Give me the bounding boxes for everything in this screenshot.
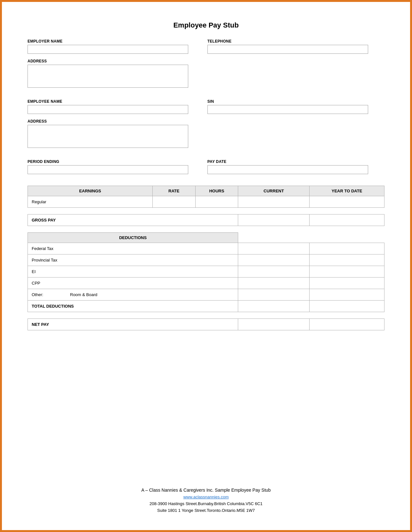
- earnings-label-regular: Regular: [28, 196, 153, 208]
- pay-date-input[interactable]: [207, 165, 368, 174]
- other-sublabel: Room & Board: [70, 292, 97, 297]
- employer-telephone-row: EMPLOYER NAME TELEPHONE: [28, 39, 384, 54]
- deduction-row-ei: EI: [28, 266, 384, 278]
- cpp-label: CPP: [28, 278, 238, 289]
- pay-date-group: PAY DATE: [207, 159, 368, 174]
- period-ending-group: PERIOD ENDING: [28, 159, 188, 174]
- employer-name-input[interactable]: [28, 45, 188, 54]
- employee-name-input[interactable]: [28, 105, 188, 114]
- cpp-ytd[interactable]: [310, 278, 384, 289]
- earnings-table: EARNINGS RATE HOURS CURRENT YEAR TO DATE…: [28, 186, 384, 208]
- employee-name-label: EMPLOYEE NAME: [28, 99, 188, 104]
- footer-company: A – Class Nannies & Caregivers Inc. Samp…: [2, 488, 410, 493]
- gross-pay-row: GROSS PAY: [28, 214, 384, 226]
- earnings-row-regular: Regular: [28, 196, 384, 208]
- total-deductions-ytd[interactable]: [310, 301, 384, 312]
- footer-section: A – Class Nannies & Caregivers Inc. Samp…: [2, 488, 410, 514]
- ei-current[interactable]: [238, 266, 310, 278]
- ytd-header: YEAR TO DATE: [310, 186, 384, 196]
- deduction-row-federal: Federal Tax: [28, 243, 384, 254]
- current-header: CURRENT: [238, 186, 310, 196]
- other-label: Other: Room & Board: [28, 289, 238, 301]
- footer-address-line1: 208-3900 Hastings Street.Burnaby.British…: [2, 501, 410, 507]
- federal-tax-ytd[interactable]: [310, 243, 384, 254]
- other-prefix: Other:: [32, 292, 43, 297]
- period-paydate-row: PERIOD ENDING PAY DATE: [28, 159, 384, 174]
- deduction-row-cpp: CPP: [28, 278, 384, 289]
- period-ending-input[interactable]: [28, 165, 188, 174]
- employee-name-group: EMPLOYEE NAME: [28, 99, 188, 114]
- sin-input[interactable]: [207, 105, 368, 114]
- employee-address-group: ADDRESS: [28, 119, 188, 148]
- page-wrapper: Employee Pay Stub EMPLOYER NAME TELEPHON…: [0, 0, 412, 532]
- cpp-current[interactable]: [238, 278, 310, 289]
- earnings-rate-regular[interactable]: [152, 196, 195, 208]
- net-pay-current[interactable]: [238, 319, 310, 330]
- ei-ytd[interactable]: [310, 266, 384, 278]
- total-deductions-row: TOTAL DEDUCTIONS: [28, 301, 384, 312]
- net-pay-row: NET PAY: [28, 319, 384, 330]
- employer-address-row: ADDRESS: [28, 59, 384, 88]
- rate-header: RATE: [152, 186, 195, 196]
- telephone-label: TELEPHONE: [207, 39, 368, 44]
- net-pay-table: NET PAY: [28, 318, 384, 330]
- gross-pay-ytd[interactable]: [310, 214, 384, 226]
- earnings-current-regular[interactable]: [238, 196, 310, 208]
- employer-address-label: ADDRESS: [28, 59, 188, 63]
- federal-tax-current[interactable]: [238, 243, 310, 254]
- hours-header: HOURS: [195, 186, 238, 196]
- gross-pay-label: GROSS PAY: [28, 214, 238, 226]
- employer-address-group: ADDRESS: [28, 59, 188, 88]
- provincial-tax-ytd[interactable]: [310, 254, 384, 266]
- provincial-tax-label: Provincial Tax: [28, 254, 238, 266]
- sin-label: SIN: [207, 99, 368, 104]
- employee-address-input[interactable]: [28, 125, 188, 148]
- gross-pay-current[interactable]: [238, 214, 310, 226]
- deduction-row-provincial: Provincial Tax: [28, 254, 384, 266]
- form-section: EMPLOYER NAME TELEPHONE ADDRESS EMPLOYEE…: [28, 39, 384, 330]
- footer-address-line2: Suite 1801 1 Yonge Street.Toronto.Ontari…: [2, 507, 410, 514]
- employee-address-row: ADDRESS: [28, 119, 384, 148]
- net-pay-ytd[interactable]: [310, 319, 384, 330]
- employer-name-label: EMPLOYER NAME: [28, 39, 188, 44]
- pay-date-label: PAY DATE: [207, 159, 368, 164]
- employer-address-right-placeholder: [207, 59, 368, 88]
- employer-address-input[interactable]: [28, 65, 188, 88]
- footer-address: 208-3900 Hastings Street.Burnaby.British…: [2, 501, 410, 514]
- ei-label: EI: [28, 266, 238, 278]
- deduction-row-other: Other: Room & Board: [28, 289, 384, 301]
- net-pay-label: NET PAY: [28, 319, 238, 330]
- employee-sin-row: EMPLOYEE NAME SIN: [28, 99, 384, 114]
- other-ytd[interactable]: [310, 289, 384, 301]
- employee-address-label: ADDRESS: [28, 119, 188, 124]
- footer-website[interactable]: www.aclassnannies.com: [2, 495, 410, 499]
- other-current[interactable]: [238, 289, 310, 301]
- telephone-input[interactable]: [207, 45, 368, 54]
- total-deductions-current[interactable]: [238, 301, 310, 312]
- gross-pay-table: GROSS PAY: [28, 214, 384, 226]
- deductions-header: DEDUCTIONS: [28, 233, 238, 243]
- employee-address-right-placeholder: [207, 119, 368, 148]
- earnings-hours-regular[interactable]: [195, 196, 238, 208]
- employer-name-group: EMPLOYER NAME: [28, 39, 188, 54]
- earnings-header: EARNINGS: [28, 186, 153, 196]
- total-deductions-label: TOTAL DEDUCTIONS: [28, 301, 238, 312]
- provincial-tax-current[interactable]: [238, 254, 310, 266]
- telephone-group: TELEPHONE: [207, 39, 368, 54]
- period-ending-label: PERIOD ENDING: [28, 159, 188, 164]
- deductions-table: DEDUCTIONS Federal Tax Provincial Tax EI: [28, 232, 384, 312]
- page-title: Employee Pay Stub: [173, 21, 238, 29]
- federal-tax-label: Federal Tax: [28, 243, 238, 254]
- sin-group: SIN: [207, 99, 368, 114]
- earnings-ytd-regular[interactable]: [310, 196, 384, 208]
